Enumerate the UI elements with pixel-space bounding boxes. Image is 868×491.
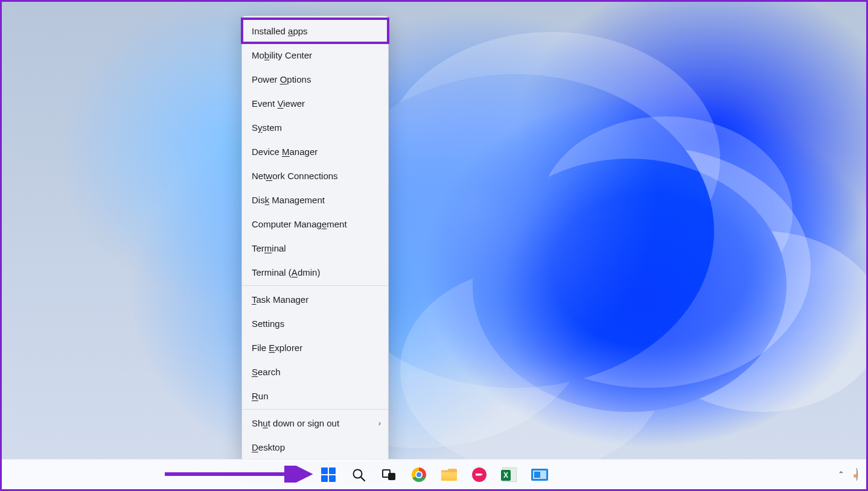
folder-icon <box>441 469 457 481</box>
menu-item-label: Device Manager <box>252 147 318 157</box>
menu-item-label: System <box>252 122 282 133</box>
menu-item-label: Desktop <box>252 442 285 452</box>
menu-item-file-explorer[interactable]: File Explorer <box>242 335 388 360</box>
menu-item-label: Network Connections <box>252 171 338 181</box>
menu-item-label: Installed apps <box>252 26 308 36</box>
menu-item-task-manager[interactable]: Task Manager <box>242 287 388 311</box>
taskbar-app-file-explorer[interactable] <box>441 466 458 483</box>
menu-item-terminal[interactable]: Terminal <box>242 236 388 260</box>
menu-item-event-viewer[interactable]: Event Viewer <box>242 91 388 115</box>
menu-item-label: Computer Management <box>252 219 347 229</box>
chrome-icon <box>412 467 426 482</box>
menu-item-label: Power Options <box>252 74 311 84</box>
tray-overflow-button[interactable]: ⌃ <box>838 470 844 479</box>
menu-item-mobility-center[interactable]: Mobility Center <box>242 43 388 67</box>
menu-item-power-options[interactable]: Power Options <box>242 67 388 91</box>
menu-item-network-connections[interactable]: Network Connections <box>242 163 388 188</box>
menu-item-system[interactable]: System <box>242 115 388 139</box>
menu-item-device-manager[interactable]: Device Manager <box>242 139 388 163</box>
taskbar-app-blue[interactable] <box>531 466 548 483</box>
taskbar-center-apps <box>320 466 548 483</box>
menu-item-run[interactable]: Run <box>242 384 388 408</box>
menu-item-label: Mobility Center <box>252 50 312 60</box>
menu-item-label: Disk Management <box>252 195 325 205</box>
windows-logo-icon <box>321 467 336 482</box>
svg-line-1 <box>361 477 365 481</box>
menu-item-installed-apps[interactable]: Installed apps <box>242 19 388 43</box>
menu-item-label: Run <box>252 391 269 401</box>
search-button[interactable] <box>350 466 367 483</box>
taskbar-tray: ⌃ <box>838 469 858 480</box>
menu-item-label: Terminal (Admin) <box>252 267 320 277</box>
menu-item-settings[interactable]: Settings <box>242 311 388 335</box>
task-view-icon <box>382 468 395 481</box>
pink-app-icon <box>472 467 487 482</box>
copilot-button[interactable] <box>855 469 858 480</box>
task-view-button[interactable] <box>380 466 397 483</box>
blue-app-icon <box>531 469 548 481</box>
taskbar-app-pink[interactable] <box>471 466 488 483</box>
start-button[interactable] <box>320 466 337 483</box>
copilot-icon <box>855 468 858 481</box>
menu-separator <box>242 285 388 286</box>
search-icon <box>351 467 366 482</box>
menu-item-label: Terminal <box>252 243 286 253</box>
excel-icon <box>502 467 517 482</box>
menu-item-terminal-admin[interactable]: Terminal (Admin) <box>242 260 388 284</box>
chevron-right-icon: › <box>378 419 381 428</box>
menu-item-label: Task Manager <box>252 294 308 305</box>
menu-item-label: Search <box>252 367 281 377</box>
menu-separator <box>242 409 388 410</box>
menu-item-desktop[interactable]: Desktop <box>242 435 388 459</box>
menu-item-label: Shut down or sign out <box>252 418 339 428</box>
desktop-wallpaper <box>2 2 866 489</box>
taskbar-app-chrome[interactable] <box>410 466 427 483</box>
menu-item-label: Settings <box>252 318 284 329</box>
taskbar: ⌃ <box>2 459 866 489</box>
winx-context-menu: Installed appsMobility CenterPower Optio… <box>241 16 389 462</box>
menu-item-disk-management[interactable]: Disk Management <box>242 188 388 212</box>
menu-item-shut-down-or-sign-out[interactable]: Shut down or sign out› <box>242 411 388 435</box>
menu-item-label: Event Viewer <box>252 98 305 109</box>
taskbar-app-excel[interactable] <box>501 466 518 483</box>
menu-item-computer-management[interactable]: Computer Management <box>242 212 388 236</box>
menu-item-search[interactable]: Search <box>242 360 388 384</box>
menu-item-label: File Explorer <box>252 343 302 353</box>
